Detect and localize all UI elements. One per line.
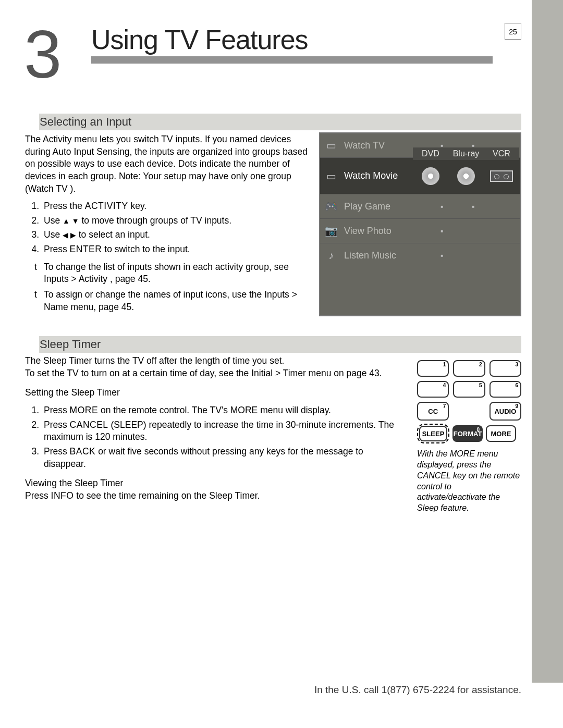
remote-keypad-figure: 1 2 3 4 5 6 CC7 AUDIO9 SLEEP FORMAT0 MOR… [417,360,521,514]
activity-label: Play Game [342,201,426,212]
title-underline [91,56,493,64]
step-3: Use ◀ ▶ to select an input. [42,229,309,241]
music-icon: ♪ [320,250,342,262]
activity-label: Listen Music [342,250,426,261]
remote-key-6: 6 [489,381,521,398]
right-margin-bar [532,0,563,683]
section-heading-selecting-input: Selecting an Input [24,114,521,130]
tv-icon: ▭ [320,139,342,152]
vcr-icon [490,170,513,182]
note-1: To change the list of inputs shown in ea… [34,261,309,286]
remote-key-5: 5 [453,381,485,398]
step-2: Use ▲ ▼ to move through groups of TV inp… [42,215,309,227]
remote-caption: With the MORE menu displayed, press the … [417,449,521,514]
setting-sleep-steps: Press MORE on the remote control. The TV… [42,404,407,470]
sleep-step-3: Press BACK or wait five seconds without … [42,446,407,470]
remote-key-audio: AUDIO9 [489,402,521,421]
remote-key-1: 1 [417,360,449,377]
page-footer: In the U.S. call 1(877) 675-2224 for ass… [0,684,521,696]
activity-row-listen-music: ♪ Listen Music ■ [320,243,520,268]
remote-key-4: 4 [417,381,449,398]
camera-icon: 📷 [320,225,342,237]
activity-row-view-photo: 📷 View Photo ■ [320,219,520,243]
remote-key-sleep: SLEEP [419,426,447,441]
selecting-input-intro: The Activity menu lets you switch TV inp… [25,133,309,195]
sleep-step-1: Press MORE on the remote control. The TV… [42,404,407,417]
source-labels-row: DVD Blu-ray VCR [413,147,519,160]
viewing-sleep-heading: Viewing the Sleep Timer [25,477,407,490]
source-label-vcr: VCR [484,149,519,158]
remote-key-sleep-highlighted: SLEEP [417,424,449,443]
activity-row-watch-movie: DVD Blu-ray VCR ▭ Watch Movie [320,158,520,194]
remote-key-cc: CC7 [417,402,449,421]
remote-key-3: 3 [489,360,521,377]
activity-label: View Photo [342,226,426,237]
note-2: To assign or change the names of input i… [34,289,309,313]
viewing-sleep-text: Press INFO to see the time remaining on … [25,490,407,502]
setting-sleep-heading: Setting the Sleep Timer [25,387,407,399]
chapter-title: Using TV Features [91,24,493,55]
selecting-input-notes: To change the list of inputs shown in ea… [34,261,309,314]
disc-icon [422,167,439,185]
gamepad-icon: 🎮 [320,200,342,213]
selecting-input-steps: Press the ACTIVITY key. Use ▲ ▼ to move … [42,200,309,256]
sleep-timer-intro: The Sleep Timer turns the TV off after t… [25,355,407,379]
remote-key-2: 2 [453,360,485,377]
sleep-step-2: Press CANCEL (SLEEP) repeatedly to incre… [42,419,407,443]
chapter-number: 3 [24,24,76,85]
source-label-bluray: Blu-ray [448,149,484,158]
step-4: Press ENTER to switch to the input. [42,243,309,256]
remote-key-format: FORMAT0 [452,425,483,442]
chapter-header: 3 Using TV Features [24,24,521,85]
disc-icon [457,167,475,185]
activity-row-play-game: 🎮 Play Game ■ ■ [320,194,520,219]
movie-icon: ▭ [320,170,342,182]
source-label-dvd: DVD [413,149,448,158]
remote-key-more: MORE [486,425,516,442]
activity-menu-screenshot: ▭ Watch TV ■ ■ DVD Blu-ray VCR ▭ Watch M… [319,132,521,316]
section-heading-sleep-timer: Sleep Timer [24,336,521,353]
step-1: Press the ACTIVITY key. [42,200,309,213]
